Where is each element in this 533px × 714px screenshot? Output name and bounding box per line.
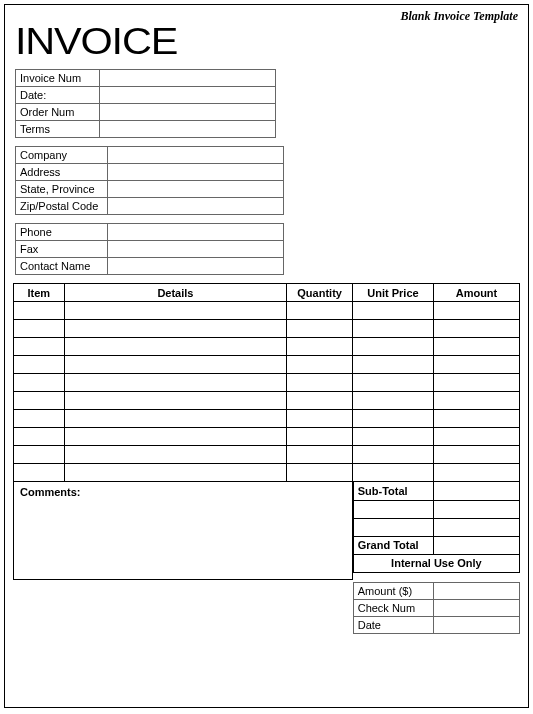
table-row [14, 410, 520, 428]
cell-amount[interactable] [433, 320, 519, 338]
zip-label: Zip/Postal Code [16, 198, 108, 215]
invoice-num-label: Invoice Num [16, 70, 100, 87]
cell-item[interactable] [14, 392, 65, 410]
internal-use-table: Amount ($) Check Num Date [353, 582, 520, 634]
internal-date-value[interactable] [433, 617, 519, 634]
state-value[interactable] [108, 181, 284, 198]
comments-box[interactable]: Comments: [13, 482, 353, 580]
terms-value[interactable] [100, 121, 276, 138]
contact-name-label: Contact Name [16, 258, 108, 275]
cell-details[interactable] [64, 464, 287, 482]
table-row [14, 320, 520, 338]
terms-label: Terms [16, 121, 100, 138]
cell-amount[interactable] [433, 428, 519, 446]
col-header-unit-price: Unit Price [353, 284, 434, 302]
items-table: Item Details Quantity Unit Price Amount [13, 283, 520, 482]
table-row [14, 338, 520, 356]
cell-details[interactable] [64, 392, 287, 410]
cell-item[interactable] [14, 374, 65, 392]
cell-amount[interactable] [433, 410, 519, 428]
cell-details[interactable] [64, 410, 287, 428]
cell-amount[interactable] [433, 374, 519, 392]
cell-amount[interactable] [433, 464, 519, 482]
cell-unit_price[interactable] [353, 392, 434, 410]
order-num-value[interactable] [100, 104, 276, 121]
cell-details[interactable] [64, 428, 287, 446]
company-value[interactable] [108, 147, 284, 164]
cell-unit_price[interactable] [353, 428, 434, 446]
cell-unit_price[interactable] [353, 338, 434, 356]
fax-label: Fax [16, 241, 108, 258]
cell-quantity[interactable] [287, 464, 353, 482]
cell-quantity[interactable] [287, 446, 353, 464]
cell-unit_price[interactable] [353, 320, 434, 338]
cell-unit_price[interactable] [353, 356, 434, 374]
fax-value[interactable] [108, 241, 284, 258]
cell-item[interactable] [14, 464, 65, 482]
cell-amount[interactable] [433, 356, 519, 374]
date-value[interactable] [100, 87, 276, 104]
cell-unit_price[interactable] [353, 464, 434, 482]
cell-item[interactable] [14, 338, 65, 356]
cell-quantity[interactable] [287, 320, 353, 338]
col-header-amount: Amount [433, 284, 519, 302]
cell-details[interactable] [64, 446, 287, 464]
totals-spacer-a-val[interactable] [433, 500, 519, 518]
table-row [14, 464, 520, 482]
cell-details[interactable] [64, 320, 287, 338]
order-num-label: Order Num [16, 104, 100, 121]
table-row [14, 356, 520, 374]
internal-amount-value[interactable] [433, 583, 519, 600]
cell-item[interactable] [14, 410, 65, 428]
col-header-details: Details [64, 284, 287, 302]
totals-spacer-b [353, 518, 433, 536]
table-row [14, 374, 520, 392]
cell-quantity[interactable] [287, 392, 353, 410]
invoice-info-block: Invoice Num Date: Order Num Terms [15, 69, 276, 138]
cell-details[interactable] [64, 374, 287, 392]
cell-quantity[interactable] [287, 428, 353, 446]
address-value[interactable] [108, 164, 284, 181]
grandtotal-label: Grand Total [353, 536, 433, 554]
col-header-quantity: Quantity [287, 284, 353, 302]
cell-item[interactable] [14, 446, 65, 464]
invoice-heading: INVOICE [15, 21, 533, 63]
internal-use-label: Internal Use Only [353, 554, 519, 572]
internal-date-label: Date [353, 617, 433, 634]
phone-value[interactable] [108, 224, 284, 241]
zip-value[interactable] [108, 198, 284, 215]
cell-unit_price[interactable] [353, 446, 434, 464]
totals-column: Sub-Total Grand Total Internal Use Only [353, 482, 520, 580]
contact-name-value[interactable] [108, 258, 284, 275]
cell-details[interactable] [64, 302, 287, 320]
cell-amount[interactable] [433, 338, 519, 356]
cell-quantity[interactable] [287, 356, 353, 374]
cell-details[interactable] [64, 338, 287, 356]
cell-amount[interactable] [433, 446, 519, 464]
totals-spacer-b-val[interactable] [433, 518, 519, 536]
cell-quantity[interactable] [287, 410, 353, 428]
grandtotal-value[interactable] [433, 536, 519, 554]
internal-check-value[interactable] [433, 600, 519, 617]
cell-quantity[interactable] [287, 374, 353, 392]
cell-item[interactable] [14, 356, 65, 374]
table-row [14, 446, 520, 464]
state-label: State, Province [16, 181, 108, 198]
table-row [14, 302, 520, 320]
cell-unit_price[interactable] [353, 302, 434, 320]
internal-amount-label: Amount ($) [353, 583, 433, 600]
cell-quantity[interactable] [287, 338, 353, 356]
cell-details[interactable] [64, 356, 287, 374]
cell-item[interactable] [14, 428, 65, 446]
cell-quantity[interactable] [287, 302, 353, 320]
invoice-num-value[interactable] [100, 70, 276, 87]
subtotal-value[interactable] [433, 482, 519, 500]
cell-item[interactable] [14, 302, 65, 320]
cell-amount[interactable] [433, 392, 519, 410]
cell-unit_price[interactable] [353, 374, 434, 392]
cell-unit_price[interactable] [353, 410, 434, 428]
comments-label: Comments: [20, 486, 81, 498]
cell-amount[interactable] [433, 302, 519, 320]
cell-item[interactable] [14, 320, 65, 338]
date-label: Date: [16, 87, 100, 104]
